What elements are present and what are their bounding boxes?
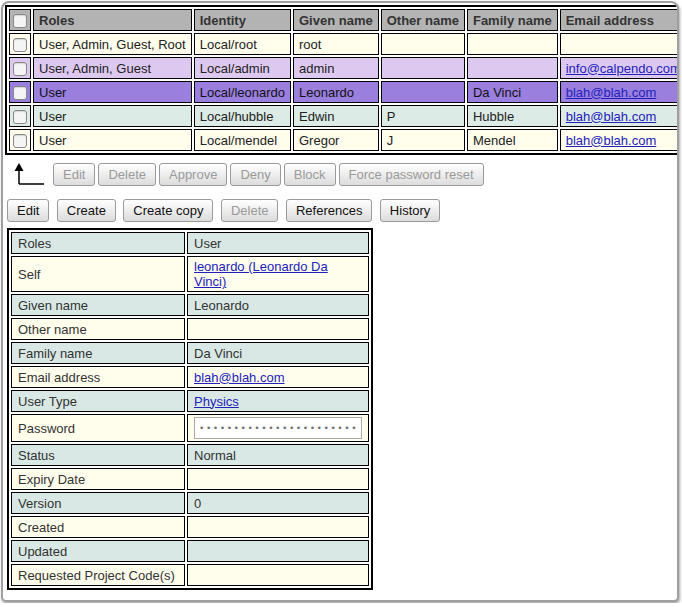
form-delete-button[interactable]: Delete (221, 199, 279, 222)
user-detail-table: Roles User Self leonardo (Leonardo Da Vi… (7, 228, 373, 590)
detail-row-roles: Roles User (11, 232, 369, 254)
detail-row-self: Self leonardo (Leonardo Da Vinci) (11, 256, 369, 292)
form-history-button[interactable]: History (380, 199, 440, 222)
self-link[interactable]: leonardo (Leonardo Da Vinci) (194, 259, 328, 289)
approve-button[interactable]: Approve (159, 163, 227, 186)
block-button[interactable]: Block (284, 163, 336, 186)
row-checkbox[interactable] (13, 110, 27, 124)
email-link[interactable]: info@calpendo.com (566, 61, 679, 76)
detail-row-other-name: Other name (11, 318, 369, 340)
row-checkbox[interactable] (13, 134, 27, 148)
user-row-admin[interactable]: User, Admin, Guest Local/admin admin inf… (9, 57, 679, 79)
detail-row-password: Password (11, 414, 369, 442)
row-checkbox[interactable] (13, 62, 27, 76)
detail-row-version: Version 0 (11, 492, 369, 514)
email-link[interactable]: blah@blah.com (194, 370, 285, 385)
col-header-family-name: Family name (467, 9, 558, 31)
col-header-given-name: Given name (293, 9, 379, 31)
detail-row-updated: Updated (11, 540, 369, 562)
parent-arrow-icon (11, 162, 45, 186)
user-row-mendel[interactable]: User Local/mendel Gregor J Mendel blah@b… (9, 129, 679, 151)
form-references-button[interactable]: References (286, 199, 372, 222)
user-row-leonardo-selected[interactable]: User Local/leonardo Leonardo Da Vinci bl… (9, 81, 679, 103)
email-link[interactable]: blah@blah.com (566, 109, 657, 124)
row-checkbox[interactable] (13, 86, 27, 100)
col-header-email: Email address (560, 9, 679, 31)
window-frame: Roles Identity Given name Other name Fam… (1, 1, 679, 602)
detail-row-user-type: User Type Physics (11, 390, 369, 412)
email-link[interactable]: blah@blah.com (566, 133, 657, 148)
users-table-header-row: Roles Identity Given name Other name Fam… (9, 9, 679, 31)
select-all-cell (9, 9, 31, 31)
users-table: Roles Identity Given name Other name Fam… (5, 5, 679, 155)
deny-button[interactable]: Deny (230, 163, 280, 186)
detail-row-requested-project-codes: Requested Project Code(s) (11, 564, 369, 586)
user-type-link[interactable]: Physics (194, 394, 239, 409)
detail-row-email: Email address blah@blah.com (11, 366, 369, 388)
user-row-hubble[interactable]: User Local/hubble Edwin P Hubble blah@bl… (9, 105, 679, 127)
form-create-button[interactable]: Create (57, 199, 116, 222)
form-edit-button[interactable]: Edit (7, 199, 49, 222)
col-header-roles: Roles (33, 9, 192, 31)
detail-row-status: Status Normal (11, 444, 369, 466)
user-row-root[interactable]: User, Admin, Guest, Root Local/root root (9, 33, 679, 55)
force-password-reset-button[interactable]: Force password reset (339, 163, 484, 186)
record-actions-row: Edit Delete Approve Deny Block Force pas… (11, 161, 675, 187)
row-checkbox[interactable] (13, 38, 27, 52)
form-actions-row: Edit Create Create copy Delete Reference… (7, 199, 675, 222)
password-input[interactable] (194, 417, 362, 439)
col-header-other-name: Other name (381, 9, 465, 31)
detail-row-given-name: Given name Leonardo (11, 294, 369, 316)
edit-button[interactable]: Edit (53, 163, 95, 186)
col-header-identity: Identity (194, 9, 291, 31)
form-create-copy-button[interactable]: Create copy (123, 199, 213, 222)
detail-row-created: Created (11, 516, 369, 538)
delete-button[interactable]: Delete (98, 163, 156, 186)
detail-row-family-name: Family name Da Vinci (11, 342, 369, 364)
email-link[interactable]: blah@blah.com (566, 85, 657, 100)
detail-row-expiry-date: Expiry Date (11, 468, 369, 490)
select-all-checkbox[interactable] (13, 14, 27, 28)
